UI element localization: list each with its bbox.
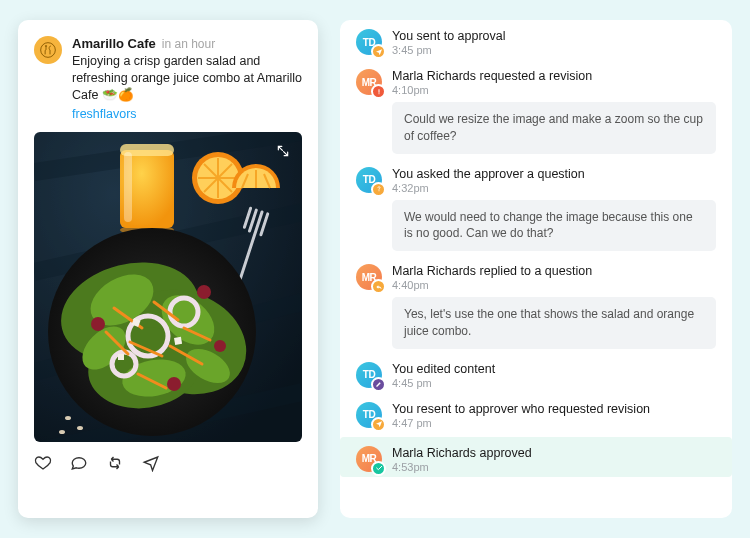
repost-button[interactable]: [106, 454, 124, 472]
activity-title: You resent to approver who requested rev…: [392, 402, 716, 416]
activity-time: 4:10pm: [392, 84, 716, 96]
svg-point-47: [59, 430, 65, 434]
activity-item: MR Marla Richards replied to a question …: [340, 255, 732, 353]
activity-item-approved: MR Marla Richards approved 4:53pm: [340, 437, 732, 477]
send-badge-icon: [371, 44, 386, 59]
activity-title: You sent to approval: [392, 29, 716, 43]
app-frame: Amarillo Cafe in an hour Enjoying a cris…: [18, 20, 732, 518]
avatar: MR: [356, 446, 382, 472]
svg-point-38: [197, 285, 211, 299]
svg-point-46: [77, 426, 83, 430]
post-actions: [34, 454, 302, 472]
avatar: TD: [356, 29, 382, 55]
avatar: TD: [356, 402, 382, 428]
activity-item: TD You sent to approval 3:45 pm: [340, 20, 732, 60]
avatar: TD: [356, 362, 382, 388]
activity-time: 4:32pm: [392, 182, 716, 194]
avatar: TD: [356, 167, 382, 193]
resend-badge-icon: [371, 417, 386, 432]
alert-badge-icon: [371, 84, 386, 99]
post-card: Amarillo Cafe in an hour Enjoying a cris…: [18, 20, 318, 518]
repost-icon: [106, 454, 124, 472]
svg-point-39: [91, 317, 105, 331]
activity-time: 4:40pm: [392, 279, 716, 291]
brand-avatar: [34, 36, 62, 64]
activity-title: You asked the approver a question: [392, 167, 716, 181]
like-button[interactable]: [34, 454, 52, 472]
expand-image-button[interactable]: [272, 140, 294, 162]
svg-rect-4: [124, 152, 132, 222]
activity-feed: TD You sent to approval 3:45 pm MR Marla…: [340, 20, 732, 518]
post-header: Amarillo Cafe in an hour Enjoying a cris…: [34, 36, 302, 122]
svg-point-45: [65, 416, 71, 420]
activity-item: TD You edited content 4:45 pm: [340, 353, 732, 393]
activity-title: Marla Richards approved: [392, 446, 716, 460]
svg-point-40: [167, 377, 181, 391]
activity-item: TD You resent to approver who requested …: [340, 393, 732, 433]
svg-point-0: [41, 43, 56, 58]
svg-point-41: [214, 340, 226, 352]
activity-item: TD You asked the approver a question 4:3…: [340, 158, 732, 256]
activity-time: 4:47 pm: [392, 417, 716, 429]
post-hashtag[interactable]: freshflavors: [72, 107, 137, 121]
share-button[interactable]: [142, 454, 160, 472]
utensils-icon: [40, 42, 56, 58]
send-icon: [142, 454, 160, 472]
post-author: Amarillo Cafe: [72, 36, 156, 51]
activity-title: You edited content: [392, 362, 716, 376]
activity-note: Yes, let's use the one that shows the sa…: [392, 297, 716, 349]
activity-time: 4:53pm: [392, 461, 716, 473]
activity-title: Marla Richards replied to a question: [392, 264, 716, 278]
post-image[interactable]: [34, 132, 302, 442]
edit-badge-icon: [371, 377, 386, 392]
post-meta: Amarillo Cafe in an hour Enjoying a cris…: [72, 36, 302, 122]
activity-note: Could we resize the image and make a zoo…: [392, 102, 716, 154]
activity-item: MR Marla Richards requested a revision 4…: [340, 60, 732, 158]
expand-icon: [276, 144, 290, 158]
check-badge-icon: [371, 461, 386, 476]
reply-badge-icon: [371, 279, 386, 294]
activity-time: 4:45 pm: [392, 377, 716, 389]
food-illustration: [34, 132, 302, 442]
svg-rect-44: [118, 354, 124, 360]
comment-button[interactable]: [70, 454, 88, 472]
post-title-row: Amarillo Cafe in an hour: [72, 36, 302, 51]
activity-title: Marla Richards requested a revision: [392, 69, 716, 83]
avatar: MR: [356, 264, 382, 290]
question-badge-icon: [371, 182, 386, 197]
activity-time: 3:45 pm: [392, 44, 716, 56]
post-schedule-time: in an hour: [162, 37, 215, 51]
avatar: MR: [356, 69, 382, 95]
post-body: Enjoying a crisp garden salad and refres…: [72, 53, 302, 104]
heart-icon: [34, 454, 52, 472]
svg-rect-43: [174, 336, 182, 344]
activity-note: We would need to change the image becaus…: [392, 200, 716, 252]
comment-icon: [70, 454, 88, 472]
